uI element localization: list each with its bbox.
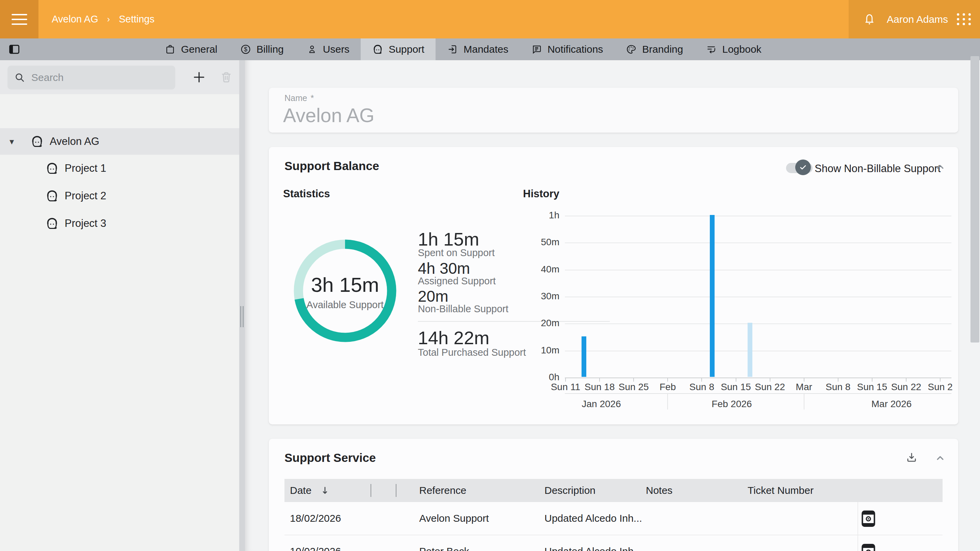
month-axis-line	[565, 393, 951, 394]
cell-date: 18/02/2026	[290, 513, 341, 524]
toggle-thumb[interactable]	[795, 159, 811, 175]
tab-billing[interactable]: $ Billing	[229, 38, 295, 60]
y-axis-label: 50m	[528, 237, 559, 248]
month-label: Mar 2026	[851, 399, 932, 410]
app-window: Avelon AG › Settings Aaron Adams	[0, 0, 980, 551]
tab-logbook[interactable]: Logbook	[694, 38, 772, 60]
history-bar-billable	[582, 337, 586, 377]
tree-item-label: Avelon AG	[50, 135, 99, 148]
sidebar-splitter[interactable]	[239, 60, 245, 551]
search-icon	[14, 71, 26, 84]
gridline	[565, 297, 951, 297]
tab-general[interactable]: General	[153, 38, 229, 60]
search-box	[8, 66, 175, 89]
download-button[interactable]	[905, 451, 918, 465]
month-separator	[804, 393, 804, 410]
delete-node-button[interactable]	[216, 67, 237, 87]
month-label: Jan 2026	[560, 399, 642, 410]
search-input[interactable]	[31, 72, 170, 83]
name-field[interactable]	[283, 104, 930, 127]
table-header: Date Reference Description Notes Ticket …	[285, 479, 943, 502]
svg-text:$: $	[244, 46, 247, 53]
table-row[interactable]: 10/02/2026 Peter Beck Updated Alcedo Inh…	[285, 535, 943, 551]
x-axis-tick	[599, 378, 600, 382]
support-balance-title: Support Balance	[285, 159, 379, 173]
message-icon	[531, 43, 542, 55]
table-row[interactable]: 18/02/2026 Avelon Support Updated Alcedo…	[285, 502, 943, 535]
tab-branding[interactable]: Branding	[614, 38, 694, 60]
gridline	[565, 378, 951, 378]
tab-mandates[interactable]: Mandates	[436, 38, 520, 60]
x-axis-tick	[770, 378, 770, 382]
palette-icon	[625, 43, 637, 55]
cell-date: 10/02/2026	[290, 546, 341, 551]
column-date[interactable]: Date	[290, 485, 311, 496]
hamburger-menu-button[interactable]	[0, 0, 38, 38]
top-bar: Avelon AG › Settings Aaron Adams	[0, 0, 980, 38]
splitter-grip-icon	[240, 306, 243, 327]
support-service-table: Date Reference Description Notes Ticket …	[285, 479, 943, 551]
bell-icon[interactable]	[862, 11, 877, 27]
collapse-service-button[interactable]	[934, 453, 946, 465]
breadcrumb-separator: ›	[107, 14, 110, 24]
tree-item-project-1[interactable]: Project 1	[0, 155, 239, 182]
x-axis-tick	[804, 378, 804, 382]
support-service-card: Support Service Date	[269, 439, 958, 551]
add-node-button[interactable]	[189, 67, 209, 87]
required-asterisk: *	[311, 93, 314, 103]
x-axis-tick	[736, 378, 737, 382]
available-support-value: 3h 15m	[287, 273, 403, 297]
history-bar-chart: 1h50m40m30m20m10m0hSun 11Sun 18Sun 25Feb…	[565, 216, 951, 378]
y-axis-label: 30m	[528, 291, 559, 302]
tab-support[interactable]: Support	[361, 38, 436, 60]
tree-item-label: Project 3	[65, 218, 106, 230]
tree-item-label: Project 2	[65, 190, 106, 202]
dollar-circle-icon: $	[240, 43, 251, 55]
headset-icon	[45, 189, 59, 203]
column-notes[interactable]: Notes	[646, 485, 672, 496]
view-entry-button[interactable]	[861, 510, 876, 527]
user-name[interactable]: Aaron Adams	[887, 14, 948, 25]
box-arrow-icon	[447, 43, 458, 55]
collapse-balance-button[interactable]	[934, 161, 946, 174]
caret-down-icon[interactable]: ▾	[10, 137, 14, 147]
tree-item-project-3[interactable]: Project 3	[0, 210, 239, 237]
column-description[interactable]: Description	[544, 485, 595, 496]
plus-icon	[192, 70, 207, 85]
column-reference[interactable]: Reference	[419, 485, 466, 496]
column-ticket-number[interactable]: Ticket Number	[748, 485, 814, 496]
view-entry-button[interactable]	[861, 543, 876, 551]
chevron-up-icon	[934, 161, 946, 173]
tab-notifications[interactable]: Notifications	[520, 38, 614, 60]
y-axis-label: 1h	[528, 210, 559, 221]
headset-icon	[30, 134, 44, 149]
sidebar-toggle-icon[interactable]	[8, 43, 21, 56]
trash-icon	[219, 70, 234, 84]
gridline	[565, 216, 951, 216]
headset-icon	[45, 161, 59, 176]
spent-support-label: Spent on Support	[418, 247, 495, 259]
app-grid-icon[interactable]	[957, 13, 972, 25]
support-service-title: Support Service	[285, 451, 375, 465]
month-label: Feb 2026	[691, 399, 772, 410]
eye-icon	[861, 543, 876, 551]
project-sidebar: ▾ Avelon AG Project 1	[0, 60, 239, 551]
column-resize-handle[interactable]	[396, 484, 396, 497]
cell-description: Updated Alcedo Inh...	[544, 513, 642, 524]
assigned-support-label: Assigned Support	[418, 275, 496, 287]
main-content: Name* Support Balance Show Non-Billable …	[245, 60, 980, 551]
x-axis-tick	[667, 378, 668, 382]
tab-users[interactable]: Users	[295, 38, 361, 60]
y-axis-label: 10m	[528, 345, 559, 356]
x-axis-tick	[940, 378, 940, 382]
total-purchased-value: 14h 22m	[418, 327, 489, 348]
tree-item-avelon-ag[interactable]: ▾ Avelon AG	[0, 128, 239, 155]
toggle-label: Show Non-Billable Support	[815, 163, 941, 175]
x-axis-tick	[565, 378, 566, 382]
tree-item-project-2[interactable]: Project 2	[0, 182, 239, 210]
breadcrumb-root[interactable]: Avelon AG	[52, 14, 98, 25]
vertical-scrollbar-thumb[interactable]	[970, 56, 979, 343]
column-resize-handle[interactable]	[371, 484, 371, 497]
sidebar-toolbar	[0, 60, 239, 94]
sort-desc-icon[interactable]	[319, 485, 331, 496]
